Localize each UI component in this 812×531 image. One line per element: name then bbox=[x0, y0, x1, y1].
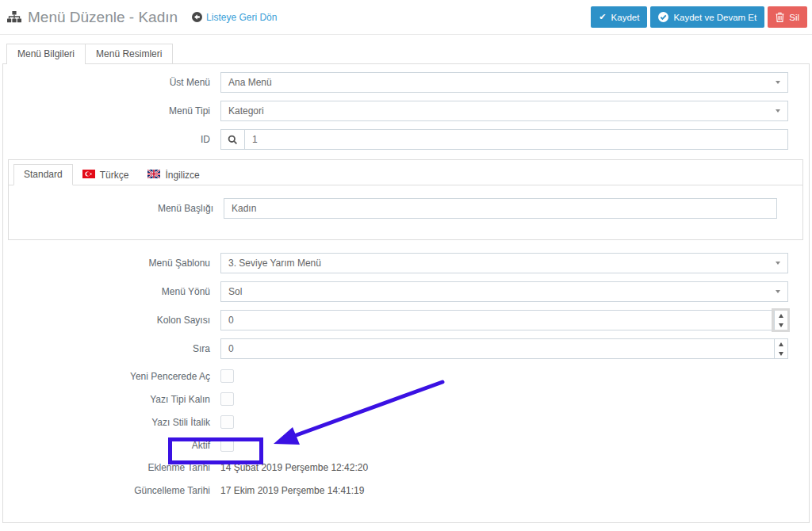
trash-icon bbox=[776, 12, 784, 22]
delete-button-label: Sil bbox=[789, 13, 799, 22]
sira-spinner[interactable] bbox=[774, 339, 787, 358]
chevron-down-icon bbox=[776, 109, 780, 113]
guncelleme-tarihi-value: 17 Ekim 2019 Perşembe 14:41:19 bbox=[220, 485, 364, 496]
turkey-flag-icon bbox=[82, 170, 95, 181]
tab-menu-bilgileri[interactable]: Menü Bilgileri bbox=[6, 44, 86, 64]
save-and-continue-label: Kaydet ve Devam Et bbox=[673, 13, 756, 22]
menu-sablonu-value: 3. Seviye Yarım Menü bbox=[228, 258, 321, 269]
yeni-pencerede-ac-row: Yeni Pencerede Aç bbox=[3, 369, 809, 383]
aktif-checkbox[interactable] bbox=[220, 438, 234, 452]
spin-up-icon[interactable] bbox=[775, 311, 787, 320]
checkbox-group: Yeni Pencerede Aç Yazı Tipi Kalın Yazı S… bbox=[3, 369, 809, 452]
eklenme-tarihi-value: 14 Şubat 2019 Perşembe 12:42:20 bbox=[220, 462, 368, 473]
ingilizce-tab-label: İngilizce bbox=[165, 170, 199, 181]
date-group: Eklenme Tarihi 14 Şubat 2019 Perşembe 12… bbox=[3, 461, 809, 496]
check-circle-icon bbox=[658, 12, 668, 22]
tab-standard[interactable]: Standard bbox=[13, 164, 73, 185]
menu-tipi-value: Kategori bbox=[228, 105, 264, 117]
ust-menu-row: Üst Menü Ana Menü bbox=[3, 72, 809, 93]
yazi-tipi-kalin-checkbox[interactable] bbox=[220, 392, 234, 406]
sira-input[interactable] bbox=[220, 338, 788, 359]
chevron-down-icon bbox=[776, 290, 780, 293]
check-icon: ✔ bbox=[599, 12, 606, 22]
delete-button[interactable]: Sil bbox=[768, 6, 807, 28]
yeni-pencerede-ac-checkbox[interactable] bbox=[220, 369, 234, 383]
id-row: ID bbox=[3, 129, 809, 150]
save-button[interactable]: ✔ Kaydet bbox=[591, 6, 647, 28]
menu-yonu-row: Menü Yönü Sol bbox=[3, 281, 809, 302]
guncelleme-tarihi-label: Güncelleme Tarihi bbox=[3, 485, 220, 496]
aktif-row: Aktif bbox=[3, 438, 809, 452]
back-to-list-link[interactable]: Listeye Geri Dön bbox=[192, 12, 277, 23]
yazi-stili-italik-row: Yazı Stili İtalik bbox=[3, 415, 809, 429]
standard-tab-label: Standard bbox=[24, 169, 63, 180]
yeni-pencerede-ac-label: Yeni Pencerede Aç bbox=[3, 371, 220, 382]
menu-basligi-row: Menü Başlığı bbox=[9, 198, 777, 219]
arrow-circle-left-icon bbox=[192, 12, 202, 22]
sira-label: Sıra bbox=[3, 343, 220, 354]
id-label: ID bbox=[3, 134, 220, 145]
eklenme-tarihi-row: Eklenme Tarihi 14 Şubat 2019 Perşembe 12… bbox=[3, 461, 809, 473]
page-header: Menü Düzenle - Kadın Listeye Geri Dön ✔ … bbox=[0, 0, 812, 35]
ust-menu-value: Ana Menü bbox=[228, 77, 272, 88]
language-panel-body: Menü Başlığı bbox=[9, 185, 802, 239]
spin-down-icon[interactable] bbox=[775, 320, 787, 330]
save-button-label: Kaydet bbox=[611, 13, 640, 22]
menu-yonu-select[interactable]: Sol bbox=[220, 281, 788, 302]
menu-sablonu-label: Menü Şablonu bbox=[3, 258, 220, 269]
yazi-stili-italik-checkbox[interactable] bbox=[220, 415, 234, 429]
menu-sablonu-row: Menü Şablonu 3. Seviye Yarım Menü bbox=[3, 253, 809, 273]
menu-basligi-input[interactable] bbox=[224, 198, 777, 219]
tab-ingilizce[interactable]: İngilizce bbox=[138, 166, 209, 185]
eklenme-tarihi-label: Eklenme Tarihi bbox=[3, 462, 220, 473]
turkce-tab-label: Türkçe bbox=[100, 170, 129, 181]
tab-menu-resimleri[interactable]: Menü Resimleri bbox=[86, 44, 173, 64]
tab-turkce[interactable]: Türkçe bbox=[73, 166, 139, 185]
id-input[interactable] bbox=[244, 129, 788, 150]
menu-yonu-value: Sol bbox=[228, 286, 242, 297]
chevron-down-icon bbox=[776, 81, 780, 84]
main-tabs: Menü Bilgileri Menü Resimleri bbox=[2, 44, 810, 64]
sitemap-icon bbox=[7, 11, 21, 23]
kolon-sayisi-input[interactable] bbox=[220, 310, 788, 330]
ust-menu-select[interactable]: Ana Menü bbox=[220, 72, 788, 93]
yazi-tipi-kalin-row: Yazı Tipi Kalın bbox=[3, 392, 809, 406]
kolon-sayisi-spinner[interactable] bbox=[774, 311, 787, 330]
menu-yonu-label: Menü Yönü bbox=[3, 286, 220, 297]
language-tabs: Standard Türkçe bbox=[9, 160, 802, 185]
save-and-continue-button[interactable]: Kaydet ve Devam Et bbox=[650, 6, 764, 28]
menu-edit-panel: Üst Menü Ana Menü Menü Tipi Kategori ID bbox=[2, 63, 810, 523]
spin-up-icon[interactable] bbox=[775, 339, 787, 349]
menu-basligi-label: Menü Başlığı bbox=[9, 203, 224, 214]
sira-row: Sıra bbox=[3, 338, 809, 359]
yazi-tipi-kalin-label: Yazı Tipi Kalın bbox=[3, 394, 220, 405]
spin-down-icon[interactable] bbox=[775, 349, 787, 358]
kolon-sayisi-row: Kolon Sayısı bbox=[3, 310, 809, 330]
kolon-sayisi-label: Kolon Sayısı bbox=[3, 315, 220, 326]
id-search-button[interactable] bbox=[220, 129, 245, 150]
language-panel: Standard Türkçe bbox=[8, 159, 803, 240]
menu-sablonu-select[interactable]: 3. Seviye Yarım Menü bbox=[220, 253, 788, 273]
yazi-stili-italik-label: Yazı Stili İtalik bbox=[3, 417, 220, 428]
menu-tipi-select[interactable]: Kategori bbox=[220, 101, 788, 121]
menu-tipi-label: Menü Tipi bbox=[3, 105, 220, 117]
menu-tipi-row: Menü Tipi Kategori bbox=[3, 101, 809, 121]
aktif-label: Aktif bbox=[3, 440, 220, 451]
back-link-label: Listeye Geri Dön bbox=[206, 12, 277, 23]
ust-menu-label: Üst Menü bbox=[3, 77, 220, 88]
uk-flag-icon bbox=[147, 170, 160, 181]
chevron-down-icon bbox=[776, 262, 780, 265]
header-buttons: ✔ Kaydet Kaydet ve Devam Et Sil bbox=[591, 6, 807, 28]
search-icon bbox=[228, 135, 238, 145]
guncelleme-tarihi-row: Güncelleme Tarihi 17 Ekim 2019 Perşembe … bbox=[3, 484, 809, 496]
page-title: Menü Düzenle - Kadın bbox=[28, 9, 178, 26]
